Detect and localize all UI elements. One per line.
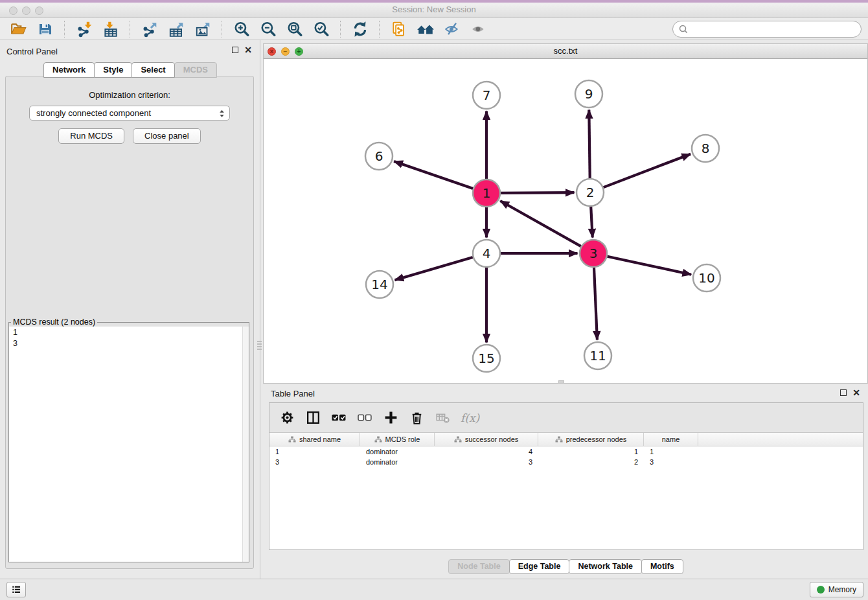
- refresh-network-icon[interactable]: [350, 19, 370, 39]
- column-header-name[interactable]: name: [644, 433, 698, 446]
- show-all-icon[interactable]: [468, 19, 488, 39]
- graph-edge-2-9[interactable]: [589, 110, 589, 179]
- memory-status-icon: [817, 586, 825, 594]
- mcds-result-title: MCDS result (2 nodes): [11, 317, 97, 327]
- graph-edge-2-3[interactable]: [591, 207, 593, 238]
- task-history-button[interactable]: [6, 582, 26, 597]
- result-scrollbar[interactable]: [242, 327, 249, 562]
- window-accent-strip: [0, 0, 868, 3]
- select-all-checkboxes-icon[interactable]: [331, 410, 347, 425]
- toolbar-separator: [340, 21, 341, 38]
- table-cell: 3: [269, 457, 360, 467]
- optimization-criterion-label: Optimization criterion:: [6, 90, 253, 100]
- tab-node-table[interactable]: Node Table: [448, 559, 509, 574]
- zoom-out-icon[interactable]: [258, 19, 278, 39]
- attribute-tree-icon: [374, 436, 382, 443]
- close-table-panel-icon[interactable]: ✕: [852, 389, 860, 396]
- criterion-dropdown[interactable]: strongly connected component: [29, 106, 230, 121]
- table-header-row: shared nameMCDS rolesuccessor nodesprede…: [269, 433, 863, 446]
- run-mcds-button[interactable]: Run MCDS: [58, 128, 124, 144]
- graph-edge-2-8[interactable]: [604, 154, 691, 187]
- export-network-icon[interactable]: [139, 19, 159, 39]
- tab-network[interactable]: Network: [43, 62, 95, 78]
- criterion-dropdown-value: strongly connected component: [36, 108, 151, 118]
- mcds-result-box[interactable]: 13: [9, 327, 249, 562]
- toolbar-separator: [222, 21, 222, 38]
- column-header-MCDS-role[interactable]: MCDS role: [360, 433, 435, 446]
- network-window-titlebar[interactable]: × − + scc.txt: [264, 44, 867, 59]
- table-toolbar: f(x): [269, 403, 863, 433]
- float-table-panel-icon[interactable]: [840, 389, 847, 396]
- mcds-panel: Optimization criterion: strongly connect…: [5, 76, 254, 569]
- search-icon: [678, 23, 689, 35]
- tab-style[interactable]: Style: [94, 62, 132, 78]
- network-canvas[interactable]: 7968124314101511: [264, 59, 867, 383]
- delete-table-icon[interactable]: [435, 410, 450, 425]
- column-header-label: shared name: [299, 435, 341, 443]
- column-header-label: predecessor nodes: [566, 435, 627, 443]
- network-maximize-icon[interactable]: +: [295, 47, 303, 56]
- import-table-icon[interactable]: [100, 19, 120, 39]
- settings-gear-icon[interactable]: [279, 410, 295, 425]
- float-panel-icon[interactable]: [232, 47, 238, 53]
- tab-mcds[interactable]: MCDS: [174, 62, 217, 78]
- graph-node-label-7: 7: [483, 87, 491, 103]
- deselect-all-checkboxes-icon[interactable]: [357, 410, 372, 425]
- graph-edge-3-1[interactable]: [500, 201, 581, 246]
- table-row[interactable]: 3dominator323: [269, 457, 863, 467]
- graph-edge-1-2[interactable]: [501, 192, 575, 193]
- graph-edge-1-6[interactable]: [394, 161, 473, 189]
- zoom-fit-icon[interactable]: [284, 19, 304, 39]
- column-header-shared-name[interactable]: shared name: [269, 433, 360, 446]
- table-cell: 4: [435, 446, 538, 457]
- new-network-from-file-icon[interactable]: [389, 19, 409, 39]
- tab-select[interactable]: Select: [131, 62, 174, 78]
- mcds-result-fieldset: MCDS result (2 nodes) 13: [8, 317, 249, 562]
- network-view-window: × − + scc.txt 7968124314101511: [263, 43, 868, 384]
- search-box: [672, 21, 862, 38]
- table-panel: Table Panel ✕: [263, 384, 868, 579]
- graph-edge-3-11[interactable]: [594, 268, 597, 340]
- export-image-icon[interactable]: [192, 19, 212, 39]
- search-input[interactable]: [689, 23, 861, 36]
- column-header-successor-nodes[interactable]: successor nodes: [435, 433, 538, 446]
- tab-network-table[interactable]: Network Table: [569, 559, 642, 574]
- hide-selected-icon[interactable]: [442, 19, 462, 39]
- open-session-icon[interactable]: [8, 19, 29, 39]
- export-table-icon[interactable]: [166, 19, 186, 39]
- network-minimize-icon[interactable]: −: [281, 47, 290, 56]
- table-cell: 2: [538, 457, 644, 467]
- graph-node-label-3: 3: [589, 246, 598, 261]
- table-cell: 3: [644, 457, 698, 467]
- network-close-icon[interactable]: ×: [268, 47, 276, 56]
- memory-button-label: Memory: [828, 585, 856, 594]
- delete-column-icon[interactable]: [409, 410, 424, 425]
- graph-edge-4-14[interactable]: [395, 257, 473, 280]
- table-row[interactable]: 1dominator411: [269, 446, 863, 457]
- tab-edge-table[interactable]: Edge Table: [509, 559, 570, 574]
- function-builder-icon[interactable]: f(x): [461, 411, 479, 424]
- attribute-tree-icon: [288, 436, 296, 443]
- zoom-in-icon[interactable]: [231, 19, 251, 39]
- close-panel-button[interactable]: Close panel: [133, 128, 201, 144]
- table-body: 1dominator4113dominator323: [269, 446, 863, 467]
- tab-motifs[interactable]: Motifs: [641, 559, 683, 574]
- graph-edge-3-10[interactable]: [608, 257, 692, 275]
- save-session-icon[interactable]: [35, 19, 55, 39]
- column-header-predecessor-nodes[interactable]: predecessor nodes: [538, 433, 644, 446]
- first-neighbors-icon[interactable]: [415, 19, 435, 39]
- table-cell: dominator: [360, 457, 435, 467]
- toolbar-separator: [64, 21, 65, 38]
- close-panel-icon[interactable]: ✕: [244, 47, 252, 53]
- attribute-tree-icon: [555, 436, 563, 443]
- column-header-label: successor nodes: [465, 435, 519, 443]
- status-bar: Memory: [0, 579, 868, 600]
- import-network-icon[interactable]: [74, 19, 94, 39]
- add-column-icon[interactable]: [383, 410, 398, 425]
- zoom-selected-icon[interactable]: [311, 19, 331, 39]
- graph-node-label-10: 10: [698, 270, 714, 286]
- column-layout-icon[interactable]: [305, 410, 321, 425]
- panel-splitter-grip[interactable]: [257, 341, 262, 351]
- list-icon: [10, 584, 22, 595]
- memory-button[interactable]: Memory: [810, 582, 863, 597]
